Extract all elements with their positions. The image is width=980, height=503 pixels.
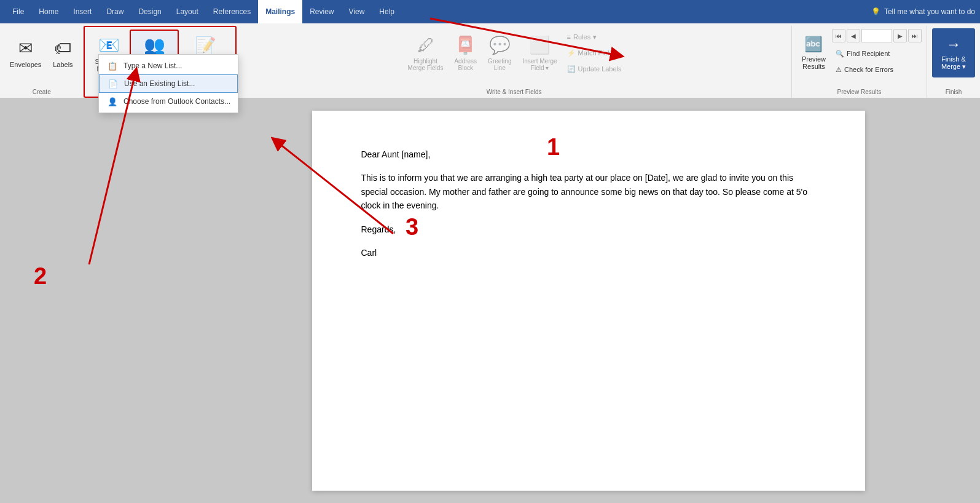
edit-list-icon: 📝 <box>195 36 216 56</box>
greeting-line-button[interactable]: 💬 Greeting Line <box>483 28 516 77</box>
check-icon: ⚠ <box>836 66 842 74</box>
document-area: Dear Aunt [name], This is to inform you … <box>197 98 980 503</box>
update-icon: 🔄 <box>567 65 576 73</box>
tell-me-text: Tell me what you want to do <box>884 7 975 16</box>
first-record-button[interactable]: ⏮ <box>832 29 845 42</box>
check-for-errors-button[interactable]: ⚠ Check for Errors <box>832 62 922 77</box>
prev-record-button[interactable]: ◀ <box>847 29 860 42</box>
tab-home[interactable]: Home <box>31 0 66 23</box>
envelopes-button[interactable]: ✉ Envelopes <box>5 28 46 77</box>
preview-group-label: Preview Results <box>797 87 922 98</box>
labels-icon: 🏷 <box>54 38 71 58</box>
app-body: Dear Aunt [name], This is to inform you … <box>0 98 980 503</box>
highlight-merge-fields-button[interactable]: 🖊 Highlight Merge Fields <box>403 28 449 77</box>
ribbon-group-write-insert: 🖊 Highlight Merge Fields 📮 Address Block… <box>237 26 792 98</box>
highlight-icon: 🖊 <box>417 35 434 55</box>
tab-review[interactable]: Review <box>302 0 341 23</box>
match-fields-button[interactable]: ⚡ Match Fields <box>563 46 625 60</box>
tab-file[interactable]: File <box>5 0 31 23</box>
labels-button[interactable]: 🏷 Labels <box>47 28 78 77</box>
use-existing-list-item[interactable]: 📄 Use an Existing List... <box>99 74 238 93</box>
update-labels-button[interactable]: 🔄 Update Labels <box>563 61 625 76</box>
greeting-icon: 💬 <box>489 35 511 55</box>
insert-field-icon: ⬜ <box>529 35 551 55</box>
envelope-icon: ✉ <box>18 38 33 58</box>
signature-text: Carl <box>361 246 816 259</box>
record-counter[interactable] <box>861 29 892 42</box>
tab-view[interactable]: View <box>342 0 372 23</box>
finish-icon: → <box>946 36 961 53</box>
create-group-label: Create <box>5 87 78 98</box>
ribbon-group-create: ✉ Envelopes 🏷 Labels Create <box>0 26 84 98</box>
tab-layout[interactable]: Layout <box>169 0 206 23</box>
rules-icon: ≡ <box>567 33 571 41</box>
tab-draw[interactable]: Draw <box>99 0 131 23</box>
tab-help[interactable]: Help <box>372 0 402 23</box>
new-list-icon: 📋 <box>106 61 119 71</box>
select-recipients-dropdown: 📋 Type a New List... 📄 Use an Existing L… <box>98 54 238 113</box>
address-block-button[interactable]: 📮 Address Block <box>449 28 482 77</box>
write-insert-group-label: Write & Insert Fields <box>241 87 786 98</box>
preview-icon: 🔤 <box>804 36 823 53</box>
mail-merge-icon: 📧 <box>98 35 120 55</box>
last-record-button[interactable]: ⏭ <box>908 29 922 42</box>
tab-design[interactable]: Design <box>131 0 168 23</box>
ribbon-group-finish: → Finish & Merge ▾ Finish <box>927 26 980 98</box>
tab-mailings[interactable]: Mailings <box>258 0 302 23</box>
tell-me-bar[interactable]: 💡 Tell me what you want to do <box>871 7 975 16</box>
finish-merge-button[interactable]: → Finish & Merge ▾ <box>932 28 975 77</box>
finish-group-label: Finish <box>932 87 975 98</box>
find-icon: 🔍 <box>836 50 844 58</box>
body-text: This is to inform you that we are arrang… <box>361 171 816 212</box>
preview-results-button[interactable]: 🔤 Preview Results <box>797 28 831 77</box>
closing-text: Regards, <box>361 223 816 236</box>
tab-references[interactable]: References <box>206 0 258 23</box>
next-record-button[interactable]: ▶ <box>893 29 907 42</box>
address-block-icon: 📮 <box>455 35 476 55</box>
insert-merge-field-button[interactable]: ⬜ Insert Merge Field ▾ <box>517 28 562 77</box>
find-recipient-button[interactable]: 🔍 Find Recipient <box>832 46 922 61</box>
greeting-line: Dear Aunt [name], <box>361 148 816 161</box>
match-icon: ⚡ <box>567 49 576 57</box>
nav-controls: ⏮ ◀ ▶ ⏭ <box>832 29 922 42</box>
outlook-icon: 👤 <box>106 97 119 106</box>
sidebar-left <box>0 98 197 503</box>
recipients-icon: 👥 <box>144 35 165 55</box>
lightbulb-icon: 💡 <box>871 7 880 16</box>
type-new-list-item[interactable]: 📋 Type a New List... <box>99 57 238 74</box>
tab-insert[interactable]: Insert <box>66 0 99 23</box>
ribbon-group-preview: 🔤 Preview Results ⏮ ◀ ▶ ⏭ 🔍 Find Recipie… <box>792 26 927 98</box>
rules-button[interactable]: ≡ Rules ▾ <box>563 30 625 44</box>
document-page[interactable]: Dear Aunt [name], This is to inform you … <box>312 111 865 491</box>
choose-outlook-contacts-item[interactable]: 👤 Choose from Outlook Contacts... <box>99 93 238 110</box>
existing-list-icon: 📄 <box>107 79 119 89</box>
